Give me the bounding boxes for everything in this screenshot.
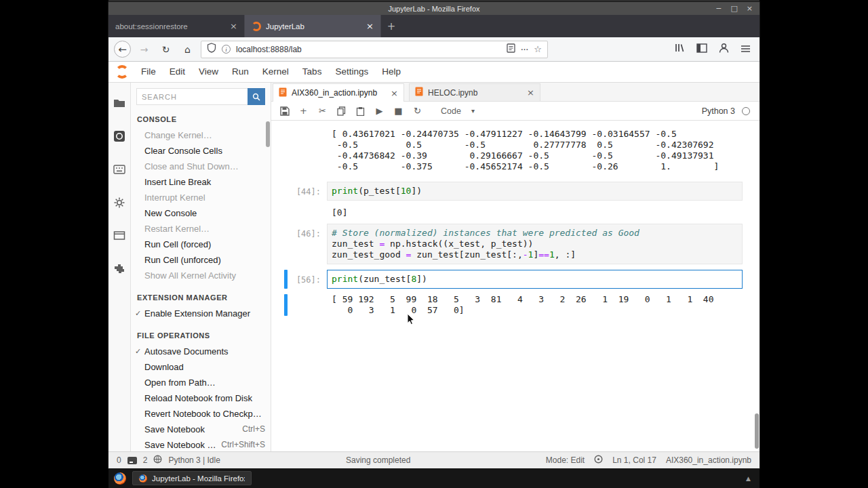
taskbar-window-button[interactable]: JupyterLab - Mozilla Firefox (132, 471, 252, 485)
forward-button[interactable]: → (136, 41, 153, 58)
tab-close-icon[interactable]: × (230, 21, 237, 31)
active-cell-editor[interactable]: print(zun_test[8]) (327, 270, 743, 289)
notebook-tab-heloc[interactable]: HELOC.ipynb × (409, 83, 540, 101)
maximize-button[interactable]: □ (730, 2, 737, 15)
reader-mode-icon[interactable] (507, 43, 515, 56)
palette-item-restart-kernel[interactable]: Restart Kernel… (131, 221, 271, 237)
page-actions-icon[interactable]: ··· (521, 45, 528, 54)
cell-collapser[interactable] (284, 270, 288, 289)
palette-item-download[interactable]: Download (131, 359, 271, 375)
browser-tab-sessionrestore[interactable]: about:sessionrestore × (108, 15, 245, 37)
palette-item-show-all-kernel-activity[interactable]: Show All Kernel Activity (131, 268, 271, 283)
extension-puzzle-icon[interactable] (108, 252, 130, 285)
menu-edit[interactable]: Edit (163, 62, 192, 82)
site-info-icon[interactable]: i (222, 45, 231, 54)
run-icon[interactable]: ▶ (374, 106, 384, 116)
menu-file[interactable]: File (134, 62, 163, 82)
execution-count: [56]: (271, 270, 327, 289)
menu-tabs[interactable]: Tabs (296, 62, 329, 82)
output-line: [0] (327, 207, 743, 218)
scrollbar-thumb[interactable] (755, 413, 759, 449)
menu-kernel[interactable]: Kernel (256, 62, 296, 82)
tab-close-icon[interactable]: × (527, 87, 534, 98)
terminals-count[interactable]: 0 (117, 455, 121, 465)
tray-expand-icon[interactable]: ▲ (746, 475, 754, 482)
menu-run[interactable]: Run (225, 62, 256, 82)
code-cell-56-active[interactable]: [56]: print(zun_test[8]) (271, 270, 760, 289)
kernel-indicator[interactable]: Python 3 (702, 106, 754, 116)
files-icon[interactable] (108, 86, 130, 119)
search-button[interactable] (248, 88, 265, 105)
account-icon[interactable] (719, 43, 729, 56)
kernels-count[interactable]: 2 (143, 455, 148, 465)
add-cell-icon[interactable]: + (298, 106, 309, 116)
palette-item-run-cell-unforced[interactable]: Run Cell (unforced) (131, 252, 271, 268)
open-tabs-icon[interactable] (108, 219, 130, 252)
browser-navbar: ← → ↻ ⌂ i localhost:8888/lab ··· ☆ (108, 37, 760, 62)
notebook-trust-icon[interactable] (594, 455, 603, 466)
bookmark-star-icon[interactable]: ☆ (534, 44, 542, 54)
firefox-launcher-icon[interactable] (114, 472, 126, 485)
cut-icon[interactable]: ✂ (317, 106, 328, 116)
stop-icon[interactable]: ■ (393, 106, 403, 116)
kernel-sessions-icon[interactable] (153, 455, 162, 466)
new-tab-button[interactable]: + (381, 15, 401, 37)
hamburger-menu-icon[interactable] (741, 43, 751, 56)
menu-settings[interactable]: Settings (328, 62, 375, 82)
cell-editor[interactable]: print(p_test[10]) (327, 182, 743, 201)
cell-editor[interactable]: # Store (normalized) instances that were… (327, 224, 743, 264)
jupyterlab-menubar: File Edit View Run Kernel Tabs Settings … (108, 62, 760, 83)
palette-item-enable-extension-manager[interactable]: ✓ Enable Extension Manager (131, 306, 271, 321)
close-button[interactable]: × (747, 2, 753, 15)
palette-scrollbar-thumb[interactable] (266, 121, 270, 147)
output-collapser[interactable] (284, 294, 288, 316)
palette-item-clear-console-cells[interactable]: Clear Console Cells (131, 143, 271, 159)
palette-item-save-notebook-as[interactable]: Ctrl+Shift+S Save Notebook … (131, 437, 271, 451)
settings-gear-icon[interactable] (108, 186, 130, 219)
save-icon[interactable] (279, 106, 290, 116)
kernel-status-text[interactable]: Python 3 | Idle (168, 455, 220, 465)
palette-item-autosave-documents[interactable]: ✓ Autosave Documents (131, 344, 271, 359)
tab-close-icon[interactable]: × (391, 88, 398, 98)
menu-view[interactable]: View (192, 62, 225, 82)
window-titlebar[interactable]: JupyterLab - Mozilla Firefox − □ × (108, 2, 760, 15)
shield-icon[interactable] (207, 43, 216, 56)
mode-indicator[interactable]: Mode: Edit (546, 455, 585, 465)
notebook-content[interactable]: [ 0.43617021 -0.24470735 -0.47911227 -0.… (271, 121, 760, 451)
palette-item-reload-notebook[interactable]: Reload Notebook from Disk (131, 390, 271, 406)
cell-type-select[interactable]: Code ▾ (441, 106, 475, 116)
palette-item-interrupt-kernel[interactable]: Interrupt Kernel (131, 190, 271, 205)
tab-close-icon[interactable]: × (366, 21, 374, 31)
cursor-position[interactable]: Ln 1, Col 17 (612, 455, 656, 465)
palette-item-save-notebook[interactable]: Ctrl+S Save Notebook (131, 422, 271, 437)
browser-tab-jupyterlab[interactable]: JupyterLab × (245, 15, 381, 37)
home-button[interactable]: ⌂ (179, 41, 196, 58)
running-sessions-icon[interactable] (108, 119, 130, 152)
palette-item-revert-notebook[interactable]: Revert Notebook to Checkp… (131, 406, 271, 422)
sidebar-toggle-icon[interactable] (696, 43, 707, 56)
item-label: Revert Notebook to Checkp… (144, 409, 262, 419)
search-input[interactable] (136, 88, 248, 105)
library-icon[interactable] (674, 43, 685, 56)
palette-item-change-kernel[interactable]: Change Kernel… (131, 127, 271, 143)
copy-icon[interactable] (336, 106, 347, 116)
url-text[interactable]: localhost:8888/lab (236, 45, 501, 54)
minimize-button[interactable]: − (715, 2, 722, 15)
code-cell-46[interactable]: [46]: # Store (normalized) instances tha… (271, 224, 760, 264)
palette-item-new-console[interactable]: New Console (131, 205, 271, 221)
palette-item-insert-line-break[interactable]: Insert Line Break (131, 174, 271, 190)
restart-kernel-icon[interactable]: ↻ (412, 106, 422, 116)
notebook-tab-aix360[interactable]: AIX360_in_action.ipynb × (273, 83, 404, 102)
terminal-icon[interactable] (127, 457, 137, 464)
palette-item-close-and-shut-down[interactable]: Close and Shut Down… (131, 159, 271, 174)
url-bar[interactable]: i localhost:8888/lab ··· ☆ (201, 41, 548, 58)
menu-help[interactable]: Help (375, 62, 408, 82)
reload-button[interactable]: ↻ (157, 41, 174, 58)
back-button[interactable]: ← (114, 41, 131, 58)
command-palette-icon[interactable] (108, 152, 130, 186)
item-label: Clear Console Cells (144, 146, 222, 156)
code-cell-44[interactable]: [44]: print(p_test[10]) (271, 182, 760, 201)
palette-item-run-cell-forced[interactable]: Run Cell (forced) (131, 237, 271, 252)
paste-icon[interactable] (355, 106, 366, 116)
palette-item-open-from-path[interactable]: Open from Path… (131, 375, 271, 390)
